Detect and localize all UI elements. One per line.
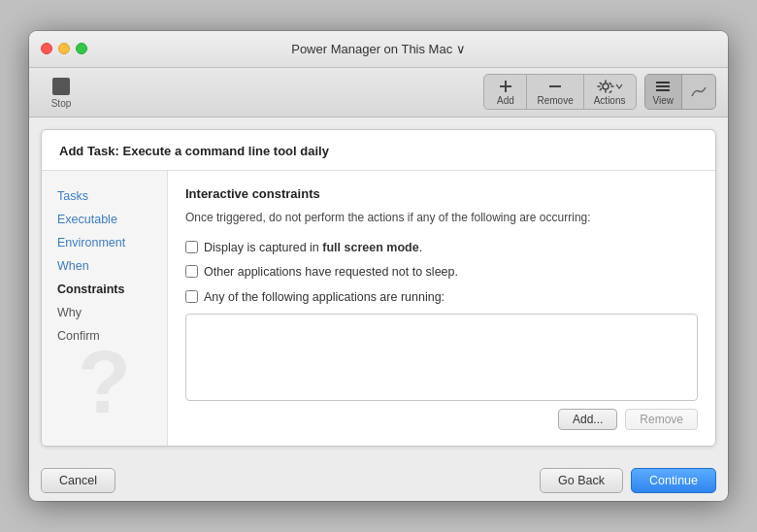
svg-rect-6 xyxy=(656,89,670,91)
sidebar-item-tasks[interactable]: Tasks xyxy=(42,184,167,208)
actions-button[interactable]: Actions xyxy=(584,75,636,109)
footer-left: Cancel xyxy=(41,468,115,493)
dialog-header: Add Task: Execute a command line tool da… xyxy=(42,130,715,171)
close-button[interactable] xyxy=(41,43,52,54)
section-title: Interactive constraints xyxy=(185,186,698,201)
running-checkbox-row: Any of the following applications are ru… xyxy=(185,289,698,307)
add-app-button[interactable]: Add... xyxy=(558,409,617,430)
actions-label: Actions xyxy=(594,95,626,106)
dialog-card: Add Task: Execute a command line tool da… xyxy=(41,129,716,448)
toolbar: Stop Add Remove xyxy=(29,68,728,117)
sidebar-item-confirm[interactable]: Confirm xyxy=(42,324,167,348)
fullscreen-checkbox-row: Display is captured in full screen mode. xyxy=(185,240,698,257)
sidebar-item-constraints[interactable]: Constraints xyxy=(42,278,167,301)
remove-button[interactable]: Remove xyxy=(527,75,583,109)
window-title: Power Manager on This Mac ∨ xyxy=(291,42,466,56)
add-button[interactable]: Add xyxy=(484,75,527,109)
chart-view-button[interactable] xyxy=(682,81,715,104)
sidebar-item-environment[interactable]: Environment xyxy=(42,231,167,254)
app-list-box xyxy=(185,314,698,401)
traffic-lights xyxy=(41,43,87,54)
sidebar-nav: Tasks Executable Environment When Constr… xyxy=(42,171,168,447)
chart-view-icon xyxy=(690,85,708,99)
footer-right: Go Back Continue xyxy=(540,468,716,493)
list-view-icon xyxy=(654,80,672,93)
running-checkbox[interactable] xyxy=(185,290,198,303)
dialog-body: Tasks Executable Environment When Constr… xyxy=(42,171,715,447)
minus-icon xyxy=(548,80,562,93)
section-description: Once triggered, do not perform the actio… xyxy=(185,209,698,226)
svg-rect-4 xyxy=(656,82,670,83)
titlebar: Power Manager on This Mac ∨ xyxy=(29,31,728,68)
plus-icon xyxy=(499,80,512,93)
stop-button[interactable]: Stop xyxy=(41,74,82,111)
add-remove-group: Add Remove xyxy=(483,74,636,110)
list-actions: Add... Remove xyxy=(185,409,698,430)
fullscreen-label: Display is captured in full screen mode. xyxy=(204,240,422,257)
sleep-checkbox-row: Other applications have requested not to… xyxy=(185,264,698,282)
dialog-footer: Cancel Go Back Continue xyxy=(29,458,728,501)
fullscreen-checkbox[interactable] xyxy=(185,241,198,253)
main-content: Add Task: Execute a command line tool da… xyxy=(29,117,728,459)
minimize-button[interactable] xyxy=(58,43,70,54)
remove-label: Remove xyxy=(537,95,573,106)
add-label: Add xyxy=(497,95,514,106)
sidebar-item-why[interactable]: Why xyxy=(42,301,167,324)
sidebar-item-executable[interactable]: Executable xyxy=(42,208,167,231)
sleep-label: Other applications have requested not to… xyxy=(204,264,458,282)
svg-point-3 xyxy=(603,83,609,89)
dialog-title: Add Task: Execute a command line tool da… xyxy=(59,144,698,158)
cancel-button[interactable]: Cancel xyxy=(41,468,115,493)
go-back-button[interactable]: Go Back xyxy=(540,468,623,493)
main-window: Power Manager on This Mac ∨ Stop Add xyxy=(29,31,728,502)
maximize-button[interactable] xyxy=(76,43,87,54)
view-label: View xyxy=(653,95,675,106)
running-label: Any of the following applications are ru… xyxy=(204,289,444,307)
view-group: View xyxy=(644,74,717,110)
sidebar-item-when[interactable]: When xyxy=(42,254,167,278)
stop-icon xyxy=(52,78,70,95)
chevron-down-icon xyxy=(615,83,623,90)
svg-rect-2 xyxy=(549,85,561,87)
svg-rect-5 xyxy=(656,85,670,87)
content-panel: Interactive constraints Once triggered, … xyxy=(168,171,715,447)
list-view-button[interactable]: View xyxy=(645,75,683,109)
continue-button[interactable]: Continue xyxy=(631,468,716,493)
gear-icon xyxy=(597,80,614,93)
sleep-checkbox[interactable] xyxy=(185,265,198,278)
svg-rect-1 xyxy=(500,85,511,87)
stop-label: Stop xyxy=(51,98,72,109)
remove-app-button[interactable]: Remove xyxy=(625,409,698,430)
